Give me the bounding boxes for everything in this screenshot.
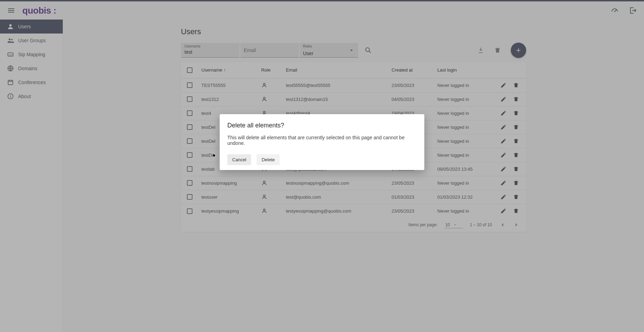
modal-overlay[interactable]: Delete all elements? This will delete al… xyxy=(0,0,644,332)
cursor-icon xyxy=(211,151,217,158)
delete-button[interactable]: Delete xyxy=(257,154,280,165)
dialog-title: Delete all elements? xyxy=(227,122,417,129)
delete-dialog: Delete all elements? This will delete al… xyxy=(220,114,424,170)
dialog-body: This will delete all elements that are c… xyxy=(227,135,417,146)
cancel-button[interactable]: Cancel xyxy=(227,154,251,165)
